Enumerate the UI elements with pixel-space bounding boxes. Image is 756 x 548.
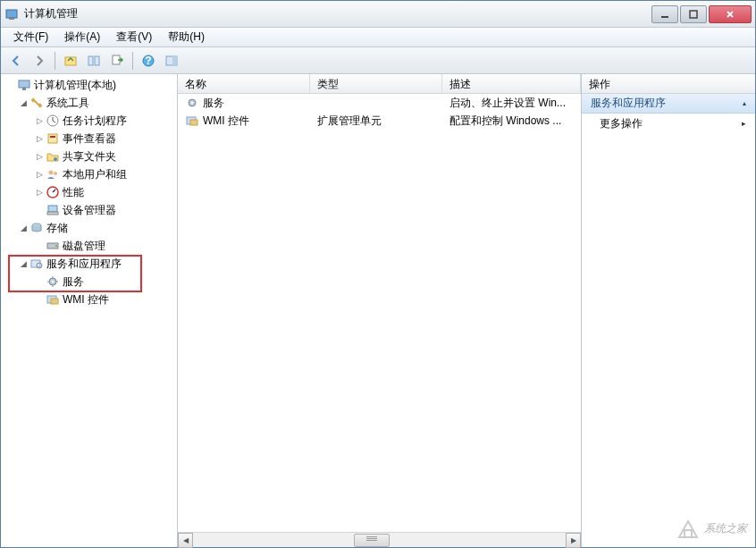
- minimize-button[interactable]: [651, 5, 678, 23]
- expander-icon[interactable]: ▷: [33, 134, 46, 143]
- svg-rect-6: [95, 56, 99, 65]
- expander-icon[interactable]: ◢: [17, 259, 29, 268]
- expander-icon[interactable]: ◢: [17, 223, 29, 232]
- col-name[interactable]: 名称: [178, 74, 310, 93]
- tree-root[interactable]: 计算机管理(本地): [1, 76, 177, 94]
- cell-text: WMI 控件: [203, 114, 249, 129]
- tree-event-viewer[interactable]: ▷ 事件查看器: [1, 130, 177, 148]
- export-button[interactable]: [107, 51, 127, 71]
- horizontal-scrollbar[interactable]: ◀ ▶: [178, 532, 581, 547]
- properties-button[interactable]: [84, 51, 104, 71]
- expander-icon[interactable]: ▷: [33, 152, 46, 161]
- svg-rect-5: [88, 56, 93, 65]
- tree-wmi-control[interactable]: WMI 控件: [1, 291, 177, 308]
- svg-rect-0: [6, 10, 17, 18]
- gear-icon: [46, 274, 60, 289]
- tree-label: WMI 控件: [63, 292, 109, 308]
- svg-rect-35: [190, 120, 197, 125]
- col-description[interactable]: 描述: [442, 74, 581, 93]
- window-buttons: [651, 5, 752, 23]
- maximize-button[interactable]: [680, 5, 707, 23]
- expander-icon[interactable]: ▷: [33, 116, 46, 125]
- tree-local-users[interactable]: ▷ 本地用户和组: [1, 165, 177, 183]
- svg-rect-1: [9, 18, 14, 20]
- up-button[interactable]: [61, 51, 80, 71]
- svg-rect-15: [48, 134, 57, 143]
- cell-name: WMI 控件: [178, 114, 310, 129]
- tree-label: 设备管理器: [63, 203, 116, 218]
- svg-rect-13: [22, 88, 26, 90]
- menu-view[interactable]: 查看(V): [109, 28, 159, 46]
- svg-point-33: [191, 102, 194, 105]
- tree-label: 共享文件夹: [63, 149, 116, 164]
- expander-icon[interactable]: ▷: [33, 170, 46, 179]
- tree-storage[interactable]: ◢ 存储: [1, 219, 177, 237]
- svg-point-19: [54, 172, 57, 175]
- svg-rect-12: [19, 80, 29, 88]
- expander-icon[interactable]: ▷: [33, 188, 46, 197]
- tree-services[interactable]: 服务: [1, 273, 177, 291]
- scroll-left-button[interactable]: ◀: [178, 533, 193, 548]
- clock-icon: [46, 114, 60, 128]
- tree-label: 事件查看器: [63, 131, 116, 147]
- tree-disk-management[interactable]: 磁盘管理: [1, 237, 177, 255]
- scroll-thumb[interactable]: [354, 534, 390, 547]
- list-row[interactable]: 服务 启动、终止并设置 Win...: [178, 94, 581, 112]
- tree-system-tools[interactable]: ◢ 系统工具: [1, 94, 177, 112]
- scroll-right-button[interactable]: ▶: [566, 533, 581, 548]
- col-type[interactable]: 类型: [310, 74, 442, 93]
- svg-text:?: ?: [145, 55, 151, 67]
- disk-icon: [46, 239, 60, 253]
- help-button[interactable]: ?: [139, 51, 158, 71]
- svg-rect-26: [31, 260, 40, 267]
- tree-services-apps[interactable]: ◢ 服务和应用程序: [1, 255, 177, 273]
- app-icon: [4, 7, 19, 21]
- performance-icon: [46, 185, 60, 199]
- toolbar-separator: [55, 52, 55, 70]
- svg-rect-11: [172, 56, 177, 65]
- svg-point-25: [55, 245, 57, 247]
- back-button[interactable]: [6, 51, 26, 71]
- action-more[interactable]: 更多操作: [582, 114, 755, 133]
- menu-help[interactable]: 帮助(H): [161, 28, 212, 46]
- tree-task-scheduler[interactable]: ▷ 任务计划程序: [1, 112, 177, 130]
- titlebar[interactable]: 计算机管理: [1, 1, 755, 28]
- list-row[interactable]: WMI 控件 扩展管理单元 配置和控制 Windows ...: [178, 112, 581, 130]
- tree-label: 磁盘管理: [63, 239, 105, 254]
- svg-rect-3: [690, 11, 697, 18]
- menu-file[interactable]: 文件(F): [6, 28, 55, 46]
- wmi-icon: [185, 114, 199, 128]
- cell-description: 配置和控制 Windows ...: [442, 114, 581, 129]
- cell-text: 服务: [203, 96, 224, 111]
- menu-action[interactable]: 操作(A): [57, 28, 107, 46]
- scroll-track[interactable]: [193, 533, 566, 548]
- content-area: 计算机管理(本地) ◢ 系统工具 ▷ 任务计划程序 ▷ 事件查看器 ▷ 共享文件…: [1, 74, 755, 547]
- tree-panel: 计算机管理(本地) ◢ 系统工具 ▷ 任务计划程序 ▷ 事件查看器 ▷ 共享文件…: [1, 74, 178, 547]
- tree-label: 计算机管理(本地): [34, 78, 116, 93]
- show-hide-button[interactable]: [162, 51, 181, 71]
- tree-label: 服务和应用程序: [46, 257, 122, 272]
- main-window: 计算机管理 文件(F) 操作(A) 查看(V) 帮助(H) ? 计算机管理(本地…: [0, 0, 756, 548]
- cell-description: 启动、终止并设置 Win...: [442, 96, 581, 111]
- forward-button[interactable]: [29, 51, 49, 71]
- action-section[interactable]: 服务和应用程序: [582, 94, 755, 114]
- tree-performance[interactable]: ▷ 性能: [1, 183, 177, 201]
- computer-icon: [17, 78, 31, 92]
- close-button[interactable]: [709, 5, 752, 23]
- toolbar-separator: [132, 52, 133, 70]
- cell-type: 扩展管理单元: [310, 114, 442, 129]
- tree-label: 服务: [63, 274, 84, 290]
- svg-rect-31: [51, 299, 58, 304]
- expander-icon[interactable]: ◢: [17, 98, 29, 107]
- tools-icon: [29, 96, 44, 110]
- svg-rect-21: [48, 206, 57, 212]
- action-panel: 操作 服务和应用程序 更多操作: [582, 74, 755, 547]
- list-header: 名称 类型 描述: [178, 74, 581, 94]
- tree-shared-folders[interactable]: ▷ 共享文件夹: [1, 148, 177, 165]
- tree-device-manager[interactable]: 设备管理器: [1, 201, 177, 219]
- folder-share-icon: [46, 149, 60, 164]
- cell-name: 服务: [178, 96, 310, 111]
- services-apps-icon: [29, 257, 44, 271]
- svg-point-29: [52, 281, 55, 283]
- tree-label: 本地用户和组: [63, 167, 127, 182]
